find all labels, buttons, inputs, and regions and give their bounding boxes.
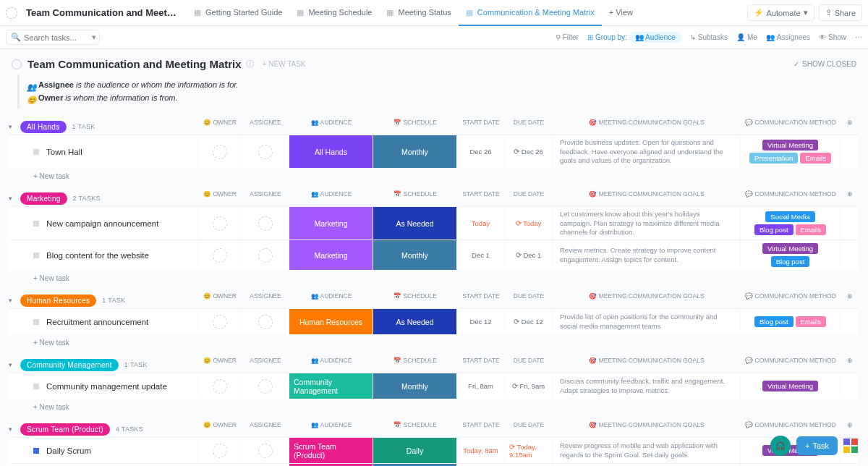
schedule-cell[interactable]: Monthly — [373, 135, 457, 168]
tab-meeting-status[interactable]: ▦Meeting Status — [379, 0, 458, 26]
owner-cell[interactable] — [198, 438, 242, 463]
new-task-row[interactable]: + New task — [9, 270, 859, 282]
status-bullet[interactable] — [33, 149, 39, 155]
status-bullet[interactable] — [33, 448, 39, 454]
new-task-row[interactable]: + New task — [9, 399, 859, 411]
owner-cell[interactable] — [198, 207, 242, 240]
audience-cell[interactable]: Scrum Team (Product) — [289, 438, 373, 463]
apps-fab[interactable] — [843, 439, 858, 453]
due-date[interactable]: ⟳ Fri, 9am — [505, 373, 553, 399]
audience-cell[interactable]: Human Resources — [289, 309, 373, 334]
task-name[interactable]: Town Hall — [9, 135, 198, 168]
start-date[interactable]: Today, 8am — [457, 438, 505, 463]
task-row[interactable]: Blog content for the website Marketing M… — [9, 240, 859, 270]
tab-meeting-schedule[interactable]: ▦Meeting Schedule — [289, 0, 379, 26]
new-task-fab[interactable]: + Task — [796, 436, 838, 455]
owner-cell[interactable] — [198, 373, 242, 399]
tab-getting-started-guide[interactable]: ▦Getting Started Guide — [187, 0, 289, 26]
status-bullet[interactable] — [33, 384, 39, 389]
task-row[interactable]: Daily Scrum Scrum Team (Product) Daily T… — [9, 437, 859, 463]
add-column[interactable]: ⊕ — [841, 357, 859, 364]
owner-cell[interactable] — [198, 309, 242, 334]
assignee-cell[interactable] — [242, 240, 289, 270]
goals-cell[interactable]: Let customers know about this year's hol… — [553, 207, 741, 240]
status-bullet[interactable] — [33, 221, 39, 226]
share-button[interactable]: ⇪ Share — [819, 4, 862, 21]
new-task-header[interactable]: + NEW TASK — [263, 60, 306, 68]
assignee-cell[interactable] — [242, 309, 289, 334]
audience-cell[interactable]: All Hands — [289, 135, 373, 168]
tab-communication-meeting-matrix[interactable]: ▦Communication & Meeting Matrix — [459, 0, 602, 26]
start-date[interactable]: Fri, 8am — [457, 373, 505, 399]
audience-pill[interactable]: 👥 Audience — [629, 32, 681, 43]
start-date[interactable]: Dec 26 — [457, 135, 505, 168]
task-row[interactable]: New campaign announcement Marketing As N… — [9, 206, 859, 240]
goals-cell[interactable]: Review metrics. Create strategy to impro… — [553, 240, 741, 270]
show-button[interactable]: 👁Show — [819, 33, 846, 41]
task-row[interactable]: Recruitment announcement Human Resources… — [9, 308, 859, 334]
assignees-button[interactable]: 👥Assignees — [766, 33, 810, 41]
task-name[interactable]: Community management update — [9, 373, 198, 399]
row-add[interactable] — [841, 240, 859, 270]
info-icon[interactable]: ⓘ — [246, 59, 254, 69]
method-cell[interactable]: Social MediaBlog postEmails — [741, 207, 841, 240]
status-bullet[interactable] — [33, 319, 39, 325]
task-row[interactable]: Community management update Community Ma… — [9, 373, 859, 399]
row-add[interactable] — [841, 207, 859, 240]
assignee-cell[interactable] — [242, 207, 289, 240]
subtasks-button[interactable]: ↳Subtasks — [690, 33, 728, 41]
automate-button[interactable]: ⚡ Automate ▾ — [747, 4, 814, 21]
add-column[interactable]: ⊕ — [841, 292, 859, 300]
filter-button[interactable]: ⚲Filter — [556, 33, 579, 41]
add-column[interactable]: ⊕ — [841, 421, 859, 428]
group-by-button[interactable]: ⊞ Group by: 👥 Audience — [587, 32, 681, 43]
add-column[interactable]: ⊕ — [841, 119, 859, 126]
show-closed-button[interactable]: ✓ SHOW CLOSED — [793, 60, 856, 68]
owner-cell[interactable] — [198, 240, 242, 270]
method-cell[interactable]: Virtual Meeting — [741, 373, 841, 399]
schedule-cell[interactable]: Monthly — [373, 373, 457, 399]
more-button[interactable]: ⋯ — [855, 33, 862, 41]
task-name[interactable]: Blog content for the website — [9, 240, 198, 270]
help-fab[interactable]: 🎧 — [770, 436, 791, 456]
task-name[interactable]: Daily Scrum — [9, 438, 198, 463]
new-task-row[interactable]: + New task — [9, 168, 859, 180]
start-date[interactable]: Dec 1 — [457, 240, 505, 270]
assignee-cell[interactable] — [242, 373, 289, 399]
due-date[interactable]: ⟳ Today — [505, 207, 553, 240]
add-view-button[interactable]: + View — [602, 8, 640, 18]
method-cell[interactable]: Blog postEmails — [741, 309, 841, 334]
audience-cell[interactable]: Community Management — [289, 373, 373, 399]
status-bullet[interactable] — [33, 253, 39, 258]
task-name[interactable]: Recruitment announcement — [9, 309, 198, 334]
assignee-cell[interactable] — [242, 135, 289, 168]
schedule-cell[interactable]: Monthly — [373, 240, 457, 270]
new-task-row[interactable]: + New task — [9, 334, 859, 347]
search-wrap[interactable]: 🔍 ▾ — [6, 30, 100, 45]
schedule-cell[interactable]: As Needed — [373, 309, 457, 334]
goals-cell[interactable]: Provide business updates. Open for quest… — [553, 135, 741, 168]
method-cell[interactable]: Virtual MeetingBlog post — [741, 240, 841, 270]
assignee-cell[interactable] — [242, 438, 289, 463]
start-date[interactable]: Today — [457, 207, 505, 240]
task-row[interactable]: Scrum ceremony - Sprint Planning Scrum T… — [9, 463, 859, 466]
audience-cell[interactable]: Marketing — [289, 207, 373, 240]
search-input[interactable] — [24, 33, 89, 42]
owner-cell[interactable] — [198, 135, 242, 168]
goals-cell[interactable]: Provide list of open positions for the c… — [553, 309, 741, 334]
add-column[interactable]: ⊕ — [841, 190, 859, 198]
row-add[interactable] — [841, 309, 859, 334]
due-date[interactable]: ⟳ Dec 12 — [505, 309, 553, 334]
me-button[interactable]: 👤Me — [736, 33, 757, 41]
method-cell[interactable]: Virtual MeetingPresentationEmails — [741, 135, 841, 168]
goals-cell[interactable]: Discuss community feedback, traffic and … — [553, 373, 741, 399]
due-date[interactable]: ⟳ Today, 9:15am — [505, 438, 553, 463]
goals-cell[interactable]: Review progress of mobile and web applic… — [553, 438, 741, 463]
schedule-cell[interactable]: As Needed — [373, 207, 457, 240]
task-row[interactable]: Town Hall All Hands Monthly Dec 26 ⟳ Dec… — [9, 135, 859, 168]
row-add[interactable] — [841, 373, 859, 399]
due-date[interactable]: ⟳ Dec 1 — [505, 240, 553, 270]
audience-cell[interactable]: Marketing — [289, 240, 373, 270]
row-add[interactable] — [841, 135, 859, 168]
task-name[interactable]: New campaign announcement — [9, 207, 198, 240]
